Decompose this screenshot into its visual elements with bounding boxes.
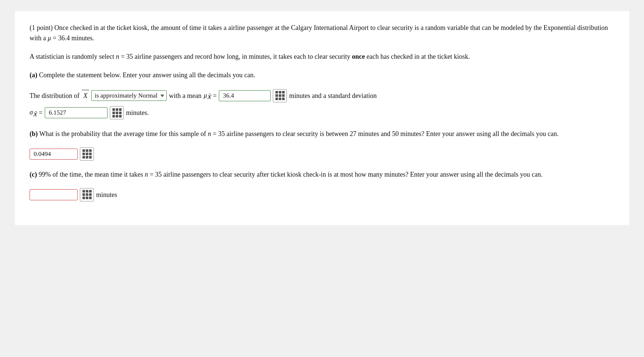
part-a-instruction: (a) Complete the statement below. Enter …	[30, 70, 614, 81]
part-c-grid-button[interactable]	[80, 188, 94, 201]
once-label: once	[352, 53, 365, 60]
part-c-text-prefix: 99% of the time, the mean time it takes	[37, 171, 145, 178]
part-b-text-suffix: = 35 airline passengers to clear securit…	[211, 130, 559, 137]
minutes-sigma-text: minutes.	[126, 106, 149, 119]
intro-text1: (1 point) Once checked in at the ticket …	[30, 24, 608, 42]
equals-mean: =	[213, 89, 217, 102]
part-a-instruction-text: Complete the statement below. Enter your…	[37, 71, 255, 79]
distribution-line: The distribution of X is approximately N…	[30, 89, 614, 103]
dist-prefix-text: The distribution of	[30, 89, 79, 102]
part-c-label: (c)	[30, 171, 37, 178]
part-b-text-prefix: What is the probability that the average…	[38, 130, 208, 137]
sigma-input[interactable]	[45, 107, 108, 118]
x-bar-symbol: X	[82, 89, 89, 102]
intro-paragraph: (1 point) Once checked in at the ticket …	[30, 23, 614, 44]
mean-prefix-text: with a mean	[169, 89, 201, 102]
part-c-instruction: (c) 99% of the time, the mean time it ta…	[30, 170, 614, 180]
grid-icon-c	[82, 190, 92, 199]
mu-xbar-symbol: μX̄	[204, 89, 211, 103]
mu-symbol: μ	[48, 34, 51, 42]
grid-icon-sigma	[112, 108, 122, 118]
prob-grid-button[interactable]	[80, 147, 94, 161]
intro-text2-suffix: each has checked in at the ticket kiosk.	[365, 53, 470, 60]
distribution-dropdown[interactable]: is approximately Normal is exactly Norma…	[91, 90, 167, 101]
intro-equals1: = 36.4 minutes.	[51, 34, 94, 42]
intro-text2-prefix: A statistician is randomly select	[30, 53, 116, 60]
probability-input[interactable]	[30, 149, 78, 160]
grid-icon	[275, 91, 285, 100]
part-b-label: (b)	[30, 130, 38, 137]
part-a-label: (a)	[30, 71, 37, 79]
sigma-grid-button[interactable]	[110, 106, 124, 119]
mean-input[interactable]	[219, 90, 271, 101]
sigma-line: σX̄ = minutes.	[30, 106, 614, 120]
part-b-answer-line	[30, 147, 614, 161]
grid-icon-prob	[82, 149, 92, 159]
minutes-sd-text: minutes and a standard deviation	[289, 89, 377, 102]
part-c-answer-line: minutes	[30, 188, 614, 201]
mean-grid-button[interactable]	[273, 89, 287, 102]
part-b-n-sym: n	[208, 130, 211, 137]
equals-sigma: =	[39, 106, 43, 119]
part-b-instruction: (b) What is the probability that the ave…	[30, 129, 614, 139]
intro-paragraph2: A statistician is randomly select n = 35…	[30, 52, 614, 62]
intro-equals2: = 35 airline passengers and record how l…	[119, 53, 352, 60]
part-c-text-suffix: = 35 airline passengers to clear securit…	[148, 171, 542, 178]
x-letter: X	[82, 92, 89, 99]
main-content: (1 point) Once checked in at the ticket …	[15, 11, 629, 225]
part-c-answer-input[interactable]	[30, 189, 78, 200]
part-c-minutes-label: minutes	[96, 188, 117, 201]
sigma-xbar-symbol: σX̄	[30, 106, 37, 120]
